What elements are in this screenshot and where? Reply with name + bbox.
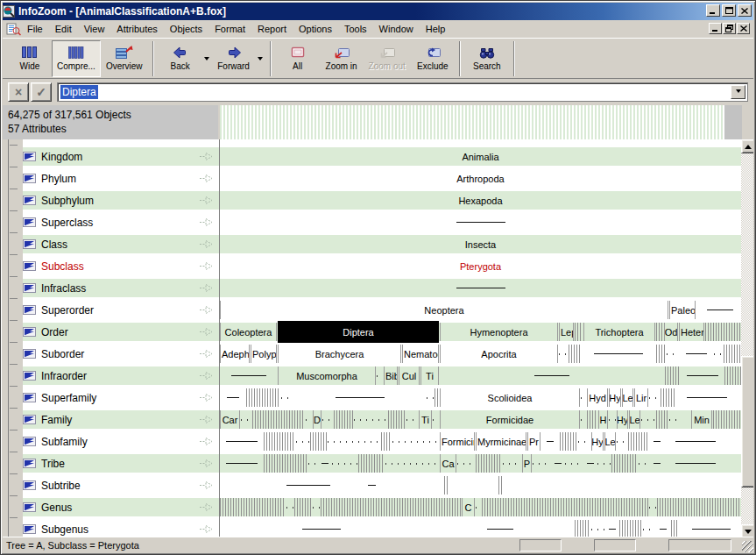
clear-filter-button[interactable]: ×	[8, 82, 29, 102]
dash-cell[interactable]	[656, 520, 670, 538]
stripes-cell[interactable]	[252, 410, 305, 429]
dash-cell[interactable]	[681, 366, 724, 385]
value-combobox[interactable]: Diptera	[57, 82, 748, 102]
attribute-row-infraorder[interactable]: Infraorder	[23, 365, 219, 387]
stripes-cell[interactable]	[435, 388, 439, 407]
dots-cell[interactable]	[559, 345, 568, 363]
zoom-in-button[interactable]: Zoom in	[320, 40, 364, 77]
mdi-minimize-button[interactable]	[709, 23, 722, 34]
forward-dropdown[interactable]	[256, 40, 265, 77]
cell-le[interactable]: Le	[629, 410, 640, 429]
resize-grip[interactable]	[742, 541, 753, 552]
stripes-cell[interactable]	[334, 410, 353, 429]
attribute-row-subtribe[interactable]: Subtribe	[23, 474, 219, 496]
mdi-close-button[interactable]	[737, 23, 750, 34]
dash-cell[interactable]	[220, 279, 741, 297]
attribute-row-subphylum[interactable]: Subphylum	[23, 189, 219, 211]
attribute-row-subgenus[interactable]: Subgenus	[23, 518, 219, 538]
cell-d[interactable]: D	[313, 410, 321, 429]
cell-lir[interactable]: Lir	[634, 388, 648, 407]
stripes-cell[interactable]	[476, 454, 502, 473]
maximize-button[interactable]	[722, 4, 736, 17]
attribute-row-kingdom[interactable]: Kingdom	[23, 146, 219, 167]
cell-muscomorpha[interactable]: Muscomorpha	[278, 366, 376, 385]
dash-cell[interactable]	[606, 520, 618, 538]
dash-cell[interactable]	[680, 345, 713, 363]
stripes-cell[interactable]	[665, 366, 680, 385]
cell-trichoptera[interactable]: Trichoptera	[583, 323, 655, 341]
dash-cell[interactable]	[220, 213, 741, 231]
attribute-row-family[interactable]: Family	[23, 409, 219, 430]
cell-le[interactable]: Le	[604, 432, 616, 451]
dots-cell[interactable]	[457, 454, 475, 473]
dash-cell[interactable]	[677, 388, 737, 407]
menu-help[interactable]: Help	[420, 22, 452, 36]
cell-adephaga[interactable]: Adephaga	[220, 345, 250, 363]
dashed-arrow-icon[interactable]	[199, 415, 214, 424]
dashed-arrow-icon[interactable]	[199, 502, 214, 512]
search-button[interactable]: Search	[465, 40, 509, 77]
cell-formicinae[interactable]: Formicinae	[440, 432, 475, 451]
dashed-arrow-icon[interactable]	[199, 349, 214, 359]
stripes-cell[interactable]	[705, 323, 741, 341]
cell-pterygota[interactable]: Pterygota	[220, 257, 741, 275]
dots-cell[interactable]	[286, 498, 293, 516]
stripes-cell[interactable]	[560, 432, 577, 451]
cell-heteroptera[interactable]: Heteroptera	[679, 323, 704, 341]
dashed-arrow-icon[interactable]	[199, 305, 214, 315]
attribute-row-subfamily[interactable]: Subfamily	[23, 430, 219, 452]
dots-cell[interactable]	[533, 454, 550, 473]
exclude-button[interactable]: Exclude	[411, 40, 455, 77]
back-dropdown[interactable]	[202, 40, 212, 77]
stripes-cell[interactable]	[444, 476, 448, 495]
mdi-restore-button[interactable]	[723, 23, 736, 34]
attribute-row-order[interactable]: Order	[23, 321, 219, 343]
dashed-arrow-icon[interactable]	[199, 196, 214, 205]
cell-neoptera[interactable]: Neoptera	[220, 301, 668, 319]
cell-hy[interactable]: Hy	[591, 432, 604, 451]
stripes-cell[interactable]	[661, 388, 676, 407]
dashed-arrow-icon[interactable]	[199, 283, 214, 293]
attribute-row-phylum[interactable]: Phylum	[23, 167, 219, 189]
stripes-cell[interactable]	[657, 498, 741, 516]
menu-file[interactable]: File	[21, 22, 49, 36]
stripes-cell[interactable]	[628, 432, 649, 451]
forward-button[interactable]: Forward	[212, 40, 256, 77]
dash-cell[interactable]	[440, 366, 664, 385]
stripes-cell[interactable]	[724, 345, 741, 363]
wide-button[interactable]: Wide	[8, 40, 52, 77]
stripes-cell[interactable]	[310, 432, 327, 451]
cell-lepidoptera[interactable]: Lepidoptera	[559, 323, 574, 341]
cell-od[interactable]: Od	[664, 323, 678, 341]
dots-cell[interactable]	[354, 410, 387, 429]
dots-cell[interactable]	[609, 410, 616, 429]
dots-cell[interactable]	[643, 520, 655, 538]
cell-hexapoda[interactable]: Hexapoda	[220, 191, 741, 210]
menu-options[interactable]: Options	[293, 22, 338, 36]
dots-cell[interactable]	[306, 410, 312, 429]
scroll-up-button[interactable]	[741, 139, 753, 153]
attribute-row-superclass[interactable]: Superclass	[23, 211, 219, 233]
dashed-arrow-icon[interactable]	[199, 152, 214, 161]
menu-attributes[interactable]: Attributes	[110, 22, 163, 36]
stripes-cell[interactable]	[498, 476, 502, 495]
overview-button[interactable]: Overview	[101, 40, 148, 77]
dots-cell[interactable]	[392, 432, 439, 451]
attribute-row-genus[interactable]: Genus	[23, 496, 219, 518]
dashed-arrow-icon[interactable]	[199, 459, 214, 468]
cell-scolioidea[interactable]: Scolioidea	[440, 388, 580, 407]
cell-ti[interactable]: Ti	[419, 410, 432, 429]
cell-hyd[interactable]: Hyd	[587, 388, 608, 407]
dots-cell[interactable]	[581, 388, 586, 407]
dash-cell[interactable]	[698, 301, 741, 319]
dots-cell[interactable]	[296, 432, 309, 451]
menu-report[interactable]: Report	[251, 22, 293, 36]
cell-polyphaga[interactable]: Polyphaga	[251, 345, 277, 363]
menu-window[interactable]: Window	[373, 22, 420, 36]
menu-edit[interactable]: Edit	[49, 22, 78, 36]
dash-cell[interactable]	[220, 432, 263, 451]
stripes-cell[interactable]	[619, 520, 642, 538]
zoom-out-button[interactable]: Zoom out	[364, 40, 411, 77]
stripes-cell[interactable]	[569, 345, 580, 363]
dashed-arrow-icon[interactable]	[199, 371, 214, 381]
